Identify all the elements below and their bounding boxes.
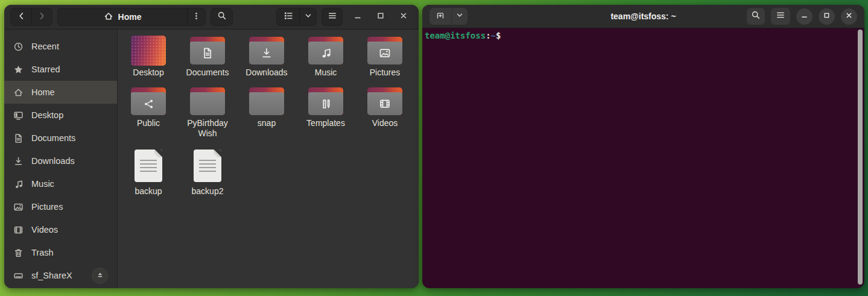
recent-icon	[13, 42, 24, 52]
sidebar-item-starred[interactable]: Starred	[4, 58, 117, 81]
terminal-headerbar: team@itsfoss: ~	[422, 5, 864, 28]
history-nav-group	[10, 8, 52, 26]
text-file-icon	[135, 150, 162, 182]
file-item-label: Music	[315, 68, 337, 78]
sidebar-item-music[interactable]: Music	[4, 172, 117, 195]
chevron-down-icon	[304, 11, 312, 22]
terminal-minimize-button[interactable]	[796, 8, 813, 25]
terminal-maximize-button[interactable]	[819, 8, 835, 25]
folder-icon	[367, 37, 402, 65]
file-item-snap[interactable]: snap	[237, 85, 296, 136]
file-item-pybirthday-wish[interactable]: PyBirthday Wish	[178, 85, 237, 146]
file-browser-content[interactable]: DesktopDocumentsDownloadsMusicPicturesPu…	[118, 30, 419, 288]
terminal-menu-button[interactable]	[771, 8, 790, 25]
sidebar-item-downloads[interactable]: Downloads	[4, 150, 117, 172]
file-item-templates[interactable]: Templates	[296, 85, 355, 136]
folder-icon	[308, 37, 343, 65]
path-label: Home	[118, 12, 142, 22]
sidebar-item-pictures[interactable]: Pictures	[4, 195, 117, 218]
path-button-home[interactable]: Home	[58, 8, 187, 25]
maximize-button[interactable]	[372, 8, 390, 26]
tab-controls-group	[429, 8, 467, 25]
folder-icon	[190, 37, 225, 65]
files-window: Home RecentStarredHomeDesktopDocumentsDo…	[4, 5, 419, 288]
file-item-documents[interactable]: Documents	[178, 34, 237, 85]
tab-list-button[interactable]	[451, 8, 467, 25]
image-icon	[13, 202, 24, 212]
folder-icon	[249, 87, 284, 115]
document-emblem-icon	[190, 42, 225, 65]
sidebar-item-videos[interactable]: Videos	[4, 218, 117, 241]
eject-button[interactable]	[92, 268, 108, 284]
download-icon	[13, 156, 24, 166]
back-button[interactable]	[11, 8, 31, 25]
folder-body	[190, 92, 225, 115]
download-emblem-icon	[249, 42, 284, 65]
folder-icon	[190, 87, 225, 115]
file-item-label: Videos	[372, 118, 398, 128]
sidebar-item-label: Home	[31, 87, 55, 97]
sidebar-item-trash[interactable]: Trash	[4, 241, 117, 264]
file-item-backup[interactable]: backup	[119, 146, 178, 204]
list-view-button[interactable]	[277, 8, 299, 25]
file-item-label: PyBirthday Wish	[180, 118, 235, 139]
sidebar-item-documents[interactable]: Documents	[4, 127, 117, 150]
minimize-button[interactable]	[349, 8, 367, 26]
folder-body	[249, 92, 284, 115]
file-grid: DesktopDocumentsDownloadsMusicPicturesPu…	[119, 34, 419, 204]
template-emblem-icon	[308, 92, 343, 115]
close-button[interactable]	[394, 8, 413, 26]
chevron-right-icon	[37, 11, 46, 23]
sidebar-item-desktop[interactable]: Desktop	[4, 104, 117, 127]
file-item-music[interactable]: Music	[296, 34, 355, 85]
file-item-public[interactable]: Public	[119, 85, 178, 136]
sidebar-item-label: Pictures	[31, 202, 63, 212]
terminal-screen[interactable]: team@itsfoss:~$	[422, 28, 864, 288]
hamburger-menu-icon	[776, 10, 785, 22]
file-item-label: backup	[135, 186, 162, 197]
sidebar-item-home[interactable]: Home	[4, 81, 117, 104]
maximize-icon	[823, 11, 831, 22]
terminal-search-button[interactable]	[747, 8, 765, 25]
path-options-button[interactable]	[187, 8, 205, 25]
files-headerbar: Home	[4, 5, 419, 30]
file-item-label: Downloads	[246, 68, 287, 78]
hamburger-menu-icon	[328, 11, 337, 23]
list-view-icon	[284, 11, 293, 23]
maximize-icon	[376, 11, 385, 22]
file-item-label: Documents	[186, 68, 229, 78]
file-item-backup2[interactable]: backup2	[178, 146, 237, 204]
terminal-close-button[interactable]	[841, 8, 857, 25]
prompt-symbol: $	[496, 31, 501, 40]
sidebar-item-label: Documents	[31, 133, 75, 143]
new-tab-button[interactable]	[429, 8, 451, 25]
sidebar-item-recent[interactable]: Recent	[4, 35, 117, 58]
file-item-desktop[interactable]: Desktop	[119, 34, 178, 85]
text-file-icon	[194, 150, 221, 182]
terminal-window: team@itsfoss: ~ team@itsfoss:~$	[422, 5, 864, 288]
sidebar-item-label: Trash	[31, 248, 54, 257]
chevron-left-icon	[17, 11, 26, 23]
files-body: RecentStarredHomeDesktopDocumentsDownloa…	[4, 30, 419, 288]
sidebar: RecentStarredHomeDesktopDocumentsDownloa…	[4, 30, 117, 288]
terminal-scrollbar[interactable]	[858, 30, 863, 285]
file-item-label: backup2	[192, 186, 224, 197]
view-options-button[interactable]	[299, 8, 316, 25]
forward-button[interactable]	[31, 8, 52, 25]
search-button[interactable]	[211, 8, 233, 26]
terminal-header-actions	[747, 8, 857, 25]
trash-icon	[13, 248, 24, 258]
main-menu-button[interactable]	[322, 8, 343, 26]
image-emblem-icon	[367, 42, 402, 65]
file-item-downloads[interactable]: Downloads	[237, 34, 296, 85]
close-icon	[399, 11, 408, 22]
sidebar-item-sf-sharex[interactable]: sf_ShareX	[4, 264, 117, 287]
file-item-pictures[interactable]: Pictures	[355, 34, 414, 85]
file-item-label: Pictures	[370, 68, 401, 78]
file-item-label: Templates	[306, 118, 345, 128]
desktop-folder-icon	[131, 36, 166, 66]
path-bar: Home	[57, 8, 206, 26]
folder-icon	[249, 37, 284, 65]
file-item-label: snap	[258, 118, 276, 128]
file-item-videos[interactable]: Videos	[355, 85, 414, 136]
